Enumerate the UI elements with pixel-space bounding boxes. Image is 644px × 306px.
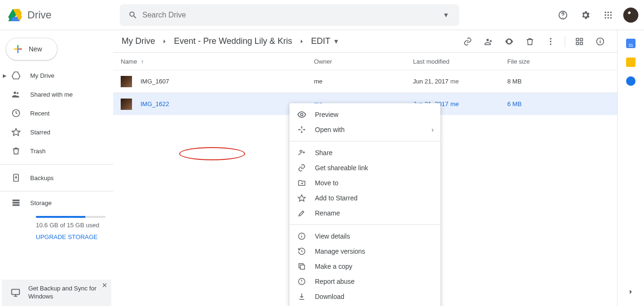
file-size: 6 MB bbox=[507, 100, 610, 108]
col-modified[interactable]: Last modified bbox=[413, 58, 507, 65]
upgrade-storage-link[interactable]: UPGRADE STORAGE bbox=[36, 233, 106, 240]
svg-point-19 bbox=[17, 92, 18, 94]
ctx-share[interactable]: Share bbox=[289, 145, 440, 160]
breadcrumb-root[interactable]: My Drive bbox=[121, 34, 156, 48]
share-person-icon[interactable] bbox=[479, 32, 498, 51]
divider bbox=[0, 191, 113, 191]
file-name: IMG_1622 bbox=[140, 100, 314, 108]
sidebar-item-label: My Drive bbox=[30, 72, 54, 79]
link-icon bbox=[297, 163, 306, 173]
link-icon[interactable] bbox=[458, 32, 477, 51]
grid-view-icon[interactable] bbox=[570, 32, 589, 51]
svg-point-13 bbox=[605, 17, 606, 18]
side-panel-toggle-icon[interactable] bbox=[622, 283, 639, 300]
history-icon bbox=[297, 247, 306, 256]
account-avatar[interactable] bbox=[623, 8, 638, 23]
ctx-label: Preview bbox=[315, 111, 339, 118]
ctx-preview[interactable]: Preview bbox=[289, 107, 440, 122]
promo-banner[interactable]: Get Backup and Sync for Windows ✕ bbox=[2, 280, 111, 306]
copy-icon bbox=[297, 262, 306, 271]
sort-arrow-up-icon[interactable]: ↑ bbox=[141, 58, 144, 65]
ctx-label: Share bbox=[315, 149, 332, 157]
col-name-label: Name bbox=[121, 58, 137, 65]
mydrive-icon bbox=[11, 71, 21, 80]
storage-text: 10.6 GB of 15 GB used bbox=[36, 222, 106, 229]
ctx-move-to[interactable]: Move to bbox=[289, 175, 440, 190]
ctx-add-star[interactable]: Add to Starred bbox=[289, 190, 440, 206]
sidebar-item-backups[interactable]: Backups bbox=[0, 168, 107, 187]
settings-gear-icon[interactable] bbox=[576, 6, 595, 25]
divider bbox=[0, 164, 113, 165]
context-menu: Preview Open with› Share Get shareable l… bbox=[289, 103, 440, 306]
report-icon bbox=[297, 277, 306, 286]
preview-eye-icon[interactable] bbox=[500, 32, 519, 51]
more-actions-icon[interactable] bbox=[541, 32, 560, 51]
info-icon[interactable] bbox=[591, 32, 610, 51]
breadcrumb-current[interactable]: EDIT bbox=[310, 34, 331, 48]
storage-label: Storage bbox=[30, 199, 52, 207]
ctx-get-link[interactable]: Get shareable link bbox=[289, 160, 440, 175]
search-options-icon[interactable]: ▾ bbox=[437, 10, 455, 19]
ctx-label: Move to bbox=[315, 179, 339, 187]
logo-area[interactable]: Drive bbox=[6, 6, 120, 25]
app-name: Drive bbox=[27, 9, 51, 21]
sidebar-item-trash[interactable]: Trash bbox=[0, 141, 107, 160]
new-button[interactable]: New bbox=[6, 38, 58, 60]
ctx-download[interactable]: Download bbox=[289, 289, 440, 304]
file-row[interactable]: IMG_1607 me Jun 21, 2017me 8 MB bbox=[113, 70, 617, 92]
svg-marker-21 bbox=[12, 129, 20, 136]
search-bar[interactable]: ▾ bbox=[120, 4, 459, 26]
sidebar-item-starred[interactable]: Starred bbox=[0, 123, 107, 141]
ctx-view-details[interactable]: View details bbox=[289, 229, 440, 244]
close-icon[interactable]: ✕ bbox=[102, 281, 107, 289]
col-name[interactable]: Name ↑ bbox=[121, 58, 314, 65]
ctx-label: Manage versions bbox=[315, 248, 365, 255]
svg-point-27 bbox=[487, 39, 489, 41]
ctx-label: View details bbox=[315, 232, 350, 240]
expand-caret-icon[interactable]: ▶ bbox=[3, 73, 7, 78]
tasks-addon-icon[interactable] bbox=[626, 76, 636, 86]
sidebar-item-label: Starred bbox=[30, 129, 50, 136]
delete-icon[interactable] bbox=[520, 32, 539, 51]
svg-rect-32 bbox=[576, 38, 578, 41]
keep-addon-icon[interactable] bbox=[626, 58, 636, 67]
backups-icon bbox=[11, 173, 21, 182]
sidebar-item-shared[interactable]: Shared with me bbox=[0, 85, 107, 104]
col-owner[interactable]: Owner bbox=[314, 58, 413, 65]
calendar-addon-icon[interactable]: 31 bbox=[626, 39, 636, 48]
search-input[interactable] bbox=[142, 11, 437, 19]
divider bbox=[565, 36, 565, 47]
col-size[interactable]: File size bbox=[507, 58, 610, 65]
sidebar-item-label: Trash bbox=[30, 148, 46, 155]
svg-point-38 bbox=[301, 114, 303, 116]
eye-icon bbox=[297, 110, 306, 119]
side-panel: 31 bbox=[618, 30, 644, 306]
ctx-report-abuse[interactable]: Report abuse bbox=[289, 274, 440, 289]
breadcrumb-dropdown-icon[interactable]: ▾ bbox=[334, 37, 338, 46]
storage-block: 10.6 GB of 15 GB used UPGRADE STORAGE bbox=[0, 210, 113, 245]
file-size: 8 MB bbox=[507, 78, 610, 85]
help-icon[interactable] bbox=[553, 6, 572, 25]
promo-text: Get Backup and Sync for Windows bbox=[28, 285, 106, 301]
file-thumbnail bbox=[121, 76, 132, 87]
svg-rect-35 bbox=[580, 42, 583, 44]
ctx-manage-versions[interactable]: Manage versions bbox=[289, 244, 440, 259]
ctx-open-with[interactable]: Open with› bbox=[289, 122, 440, 137]
sidebar-item-mydrive[interactable]: ▶ My Drive bbox=[0, 66, 107, 85]
breadcrumb-folder[interactable]: Event - Pre Wedding Lily & Kris bbox=[173, 34, 293, 48]
star-icon bbox=[297, 193, 306, 203]
sidebar-item-storage[interactable]: Storage bbox=[0, 195, 107, 210]
ctx-make-copy[interactable]: Make a copy bbox=[289, 259, 440, 274]
svg-rect-43 bbox=[300, 265, 305, 269]
header-icons bbox=[553, 6, 640, 25]
clock-icon bbox=[11, 108, 21, 118]
sidebar-item-recent[interactable]: Recent bbox=[0, 104, 107, 123]
svg-point-7 bbox=[605, 11, 606, 13]
apps-grid-icon[interactable] bbox=[599, 6, 618, 25]
ctx-label: Make a copy bbox=[315, 263, 352, 270]
people-icon bbox=[11, 90, 21, 99]
svg-marker-40 bbox=[298, 195, 305, 201]
ctx-rename[interactable]: Rename bbox=[289, 206, 440, 221]
svg-rect-33 bbox=[580, 38, 583, 41]
search-icon[interactable] bbox=[124, 6, 142, 25]
